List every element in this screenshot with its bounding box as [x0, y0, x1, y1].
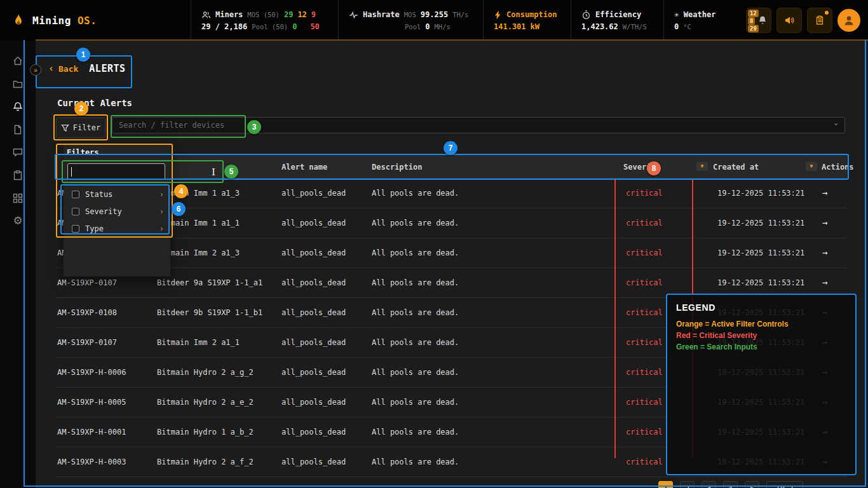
sidebar-item-alerts[interactable]: [6, 100, 29, 112]
checkbox[interactable]: [72, 225, 79, 233]
home-icon: [12, 55, 24, 67]
notification-badge: 8: [748, 17, 755, 25]
filter-category-option[interactable]: Status ›: [64, 186, 170, 203]
cell-description: All pools are dead.: [372, 398, 459, 407]
cell-miner-id: AM-S19XP-H-0006: [57, 368, 126, 377]
legend-note-red: Red = Critical Severity: [676, 330, 846, 341]
table-row[interactable]: AM-S19XP-0102 Bitmain Imm 1 a1_1 all_poo…: [56, 208, 848, 238]
row-detail-arrow[interactable]: →: [822, 247, 827, 257]
cell-severity: critical: [626, 398, 663, 407]
sidebar-item-projects[interactable]: [6, 78, 29, 90]
cell-alert-name: all_pools_dead: [281, 219, 346, 227]
notifications-button[interactable]: 12 8 29: [746, 8, 771, 33]
column-severity[interactable]: Severity: [623, 163, 660, 172]
cell-description: All pools are dead.: [372, 278, 459, 287]
table-row[interactable]: AM-S19XP-0104 Bitmain Imm 1 a1_3 all_poo…: [56, 179, 848, 208]
sidebar-item-messages[interactable]: [6, 146, 29, 158]
miners-mos-label: MOS (50): [247, 11, 280, 18]
cell-alert-name: all_pools_dead: [281, 278, 346, 287]
sidebar-item-devices[interactable]: [6, 192, 29, 204]
efficiency-stat: Efficiency 1,423.62 W/TH/S: [571, 0, 663, 41]
cell-created-at: 19-12-2025 11:53:21: [717, 219, 804, 227]
hashrate-pool-value: 0: [425, 22, 430, 31]
sidebar-item-reports[interactable]: [6, 123, 29, 135]
device-search-input[interactable]: [112, 117, 845, 133]
pagination: 1 2 3 4 5 10 /: [658, 481, 803, 488]
cell-alert-name: all_pools_dead: [281, 398, 346, 407]
hashrate-mos-label: MOS: [404, 11, 416, 18]
page-button-1[interactable]: 1: [658, 481, 673, 488]
column-description[interactable]: Description: [372, 163, 422, 172]
chevron-right-icon: ›: [159, 190, 164, 199]
sidebar: ⚙: [0, 41, 36, 488]
hashrate-stat: Hashrate MOS 99.255 TH/s Pool 0 MH/s: [338, 0, 483, 41]
cell-severity: critical: [626, 338, 663, 347]
miners-pool-error: 50: [310, 22, 319, 31]
filter-search-input[interactable]: [67, 163, 165, 180]
bolt-icon: [494, 10, 502, 20]
row-detail-arrow[interactable]: →: [822, 277, 827, 287]
tasks-button[interactable]: [807, 8, 832, 33]
page-size-value: 10 /: [776, 484, 794, 488]
page-button-3[interactable]: 3: [702, 481, 716, 488]
cell-miner-name: Bitmain Hydro 2 a_g_2: [157, 368, 254, 377]
checkbox[interactable]: [72, 191, 79, 198]
miners-pool-ok: 0: [292, 22, 297, 31]
filter-category-option[interactable]: Severity ›: [64, 203, 170, 220]
legend-note-orange: Orange = Active Filter Controls: [676, 318, 846, 330]
sidebar-item-home[interactable]: [6, 55, 29, 67]
cell-description: All pools are dead.: [372, 189, 459, 198]
profile-button[interactable]: [837, 9, 860, 32]
sidebar-expand-button[interactable]: »: [30, 64, 41, 76]
page-button-4[interactable]: 4: [723, 481, 738, 488]
clipboard-icon: [12, 170, 24, 181]
checkbox[interactable]: [72, 208, 79, 215]
column-created-at[interactable]: Created at: [713, 163, 759, 172]
miners-mos-ok: 29: [284, 10, 293, 19]
cell-description: All pools are dead.: [372, 368, 459, 377]
sidebar-item-settings[interactable]: ⚙: [6, 215, 29, 227]
cell-miner-id: AM-S19XP-H-0003: [57, 458, 126, 466]
page-title: ALERTS: [89, 63, 125, 74]
cell-miner-id: AM-S19XP-0108: [57, 308, 117, 317]
table-row[interactable]: AM-S19XP-0106 Bitmain Imm 2 a1_3 all_poo…: [56, 238, 848, 268]
row-detail-arrow[interactable]: →: [822, 217, 827, 227]
efficiency-value: 1,423.62: [581, 22, 618, 31]
top-bar: Mining OS. Miners MOS (50) 29 12 9 29 / …: [0, 0, 868, 41]
column-alert-name[interactable]: Alert name: [281, 163, 327, 172]
efficiency-unit: W/TH/S: [623, 23, 647, 30]
hashrate-mos-unit: TH/s: [452, 11, 468, 18]
created-sort-button[interactable]: ▼: [806, 162, 817, 171]
column-actions: Actions: [822, 163, 854, 172]
cell-description: All pools are dead.: [372, 219, 459, 227]
miners-pool-label: Pool (50): [252, 23, 288, 30]
consumption-value: 141.301: [494, 22, 526, 31]
cell-miner-name: Bitmain Imm 2 a1_1: [157, 338, 240, 347]
legend-note-green: Green = Search Inputs: [676, 341, 846, 353]
back-button[interactable]: Back: [58, 64, 78, 74]
filter-category-option[interactable]: Type ›: [64, 220, 170, 237]
cell-severity: critical: [626, 189, 663, 198]
bell-icon: [757, 15, 768, 25]
cell-miner-id: AM-S19XP-0107: [57, 338, 117, 347]
sound-button[interactable]: [776, 8, 802, 33]
cell-alert-name: all_pools_dead: [281, 338, 346, 347]
app-logo: Mining OS.: [0, 12, 191, 29]
sidebar-item-tasks[interactable]: [6, 169, 29, 181]
severity-sort-button[interactable]: ▼: [696, 162, 708, 171]
page-button-5[interactable]: 5: [745, 481, 759, 488]
consumption-stat: Consumption 141.301 kW: [483, 0, 571, 41]
page-size-select[interactable]: 10 /: [766, 481, 803, 488]
cell-severity: critical: [626, 458, 663, 466]
cell-severity: critical: [626, 308, 663, 317]
filter-category-label: Status: [85, 190, 112, 199]
cell-severity: critical: [626, 248, 663, 257]
row-detail-arrow[interactable]: →: [822, 187, 827, 198]
filter-button[interactable]: Filter: [56, 118, 105, 138]
weather-unit: °C: [683, 23, 691, 30]
cell-miner-id: AM-S19XP-H-0005: [57, 398, 126, 407]
page-button-2[interactable]: 2: [680, 481, 695, 488]
weather-stat: ☀ Weather 0 °C: [663, 0, 724, 41]
modules-icon: [12, 193, 24, 204]
header-actions: 12 8 29: [746, 8, 868, 33]
